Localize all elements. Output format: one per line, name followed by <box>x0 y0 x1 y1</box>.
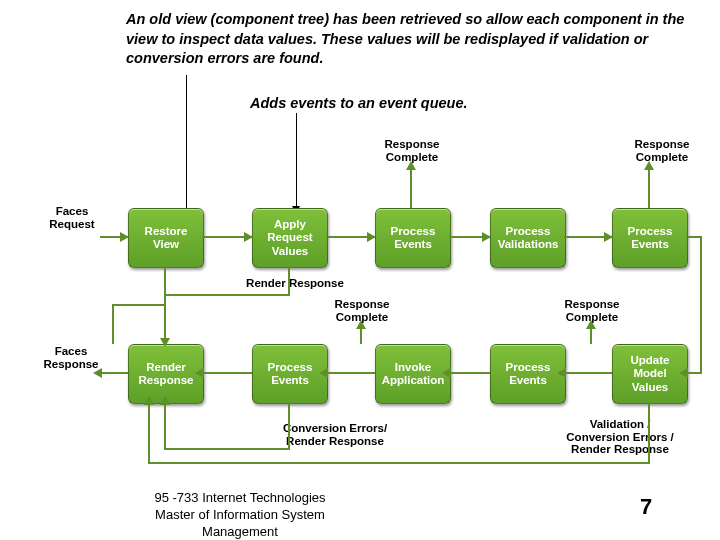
arr <box>319 368 328 378</box>
box-update-model: UpdateModelValues <box>612 344 688 404</box>
arr <box>644 161 654 170</box>
footer-text: 95 -733 Internet Technologies Master of … <box>130 490 350 540</box>
conn <box>410 168 412 208</box>
label-rc-1: ResponseComplete <box>380 138 444 163</box>
arr <box>195 368 204 378</box>
conn <box>202 372 252 374</box>
slide: An old view (component tree) has been re… <box>0 0 720 540</box>
conn <box>100 372 128 374</box>
conn <box>112 304 114 344</box>
conn <box>112 304 166 306</box>
conn <box>449 372 490 374</box>
arr <box>93 368 102 378</box>
conn <box>648 168 650 208</box>
conn <box>164 294 166 344</box>
conn <box>326 372 375 374</box>
arr <box>244 232 253 242</box>
arr <box>557 368 566 378</box>
arr <box>160 338 170 347</box>
arr <box>679 368 688 378</box>
box-process-events-2: ProcessEvents <box>612 208 688 268</box>
arr <box>144 396 154 405</box>
conn <box>164 402 166 450</box>
label-rc-2: ResponseComplete <box>630 138 694 163</box>
conn <box>686 236 702 238</box>
label-validation-errors: Validation /Conversion Errors /Render Re… <box>555 418 685 456</box>
conn <box>148 462 650 464</box>
arr <box>586 320 596 329</box>
arr <box>356 320 366 329</box>
conn <box>686 372 702 374</box>
conn <box>564 372 612 374</box>
description-sub: Adds events to an event queue. <box>250 94 468 114</box>
description-main: An old view (component tree) has been re… <box>126 10 716 69</box>
arr <box>442 368 451 378</box>
box-restore-view: RestoreView <box>128 208 204 268</box>
arr <box>604 232 613 242</box>
conn <box>148 402 150 464</box>
callout-line-1 <box>186 75 187 208</box>
box-process-events-4: ProcessEvents <box>252 344 328 404</box>
conn <box>164 448 290 450</box>
conn <box>288 266 290 296</box>
box-process-events-1: ProcessEvents <box>375 208 451 268</box>
label-render-response: Render Response <box>240 277 350 290</box>
conn <box>648 402 650 464</box>
conn <box>288 402 290 450</box>
box-invoke-application: InvokeApplication <box>375 344 451 404</box>
box-apply-request: ApplyRequestValues <box>252 208 328 268</box>
arr <box>160 396 170 405</box>
arr <box>406 161 416 170</box>
footer-line2: Master of Information System Management <box>155 507 325 539</box>
box-process-validations: ProcessValidations <box>490 208 566 268</box>
page-number: 7 <box>640 494 652 520</box>
label-faces-response: FacesResponse <box>40 345 102 370</box>
box-process-events-3: ProcessEvents <box>490 344 566 404</box>
arr <box>482 232 491 242</box>
conn <box>164 294 290 296</box>
callout-line-2 <box>296 113 297 208</box>
label-faces-request: FacesRequest <box>44 205 100 230</box>
arr <box>120 232 129 242</box>
conn <box>700 236 702 372</box>
box-render-response: RenderResponse <box>128 344 204 404</box>
footer-line1: 95 -733 Internet Technologies <box>154 490 325 505</box>
arr <box>367 232 376 242</box>
